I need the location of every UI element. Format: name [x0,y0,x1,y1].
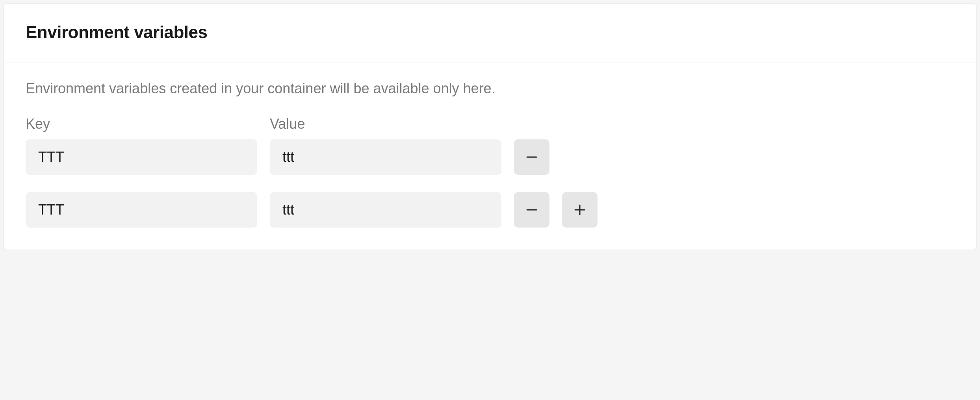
env-var-row [26,139,954,175]
add-row-button[interactable] [562,192,598,228]
remove-row-button[interactable] [514,139,549,175]
minus-icon [525,150,539,164]
card-body: Environment variables created in your co… [4,63,976,250]
remove-row-button[interactable] [514,192,549,228]
env-var-value-input[interactable] [270,139,501,175]
plus-icon [573,203,587,217]
card-title: Environment variables [26,22,954,42]
value-column-label: Value [270,116,501,132]
key-column-label: Key [26,116,257,132]
env-var-key-input[interactable] [26,139,257,175]
env-variables-card: Environment variables Environment variab… [3,3,977,250]
env-var-row [26,192,954,228]
minus-icon [525,203,539,217]
env-vars-description: Environment variables created in your co… [26,80,954,97]
env-var-value-input[interactable] [270,192,501,228]
card-header: Environment variables [4,4,976,63]
env-var-key-input[interactable] [26,192,257,228]
column-labels-row: Key Value [26,116,954,132]
